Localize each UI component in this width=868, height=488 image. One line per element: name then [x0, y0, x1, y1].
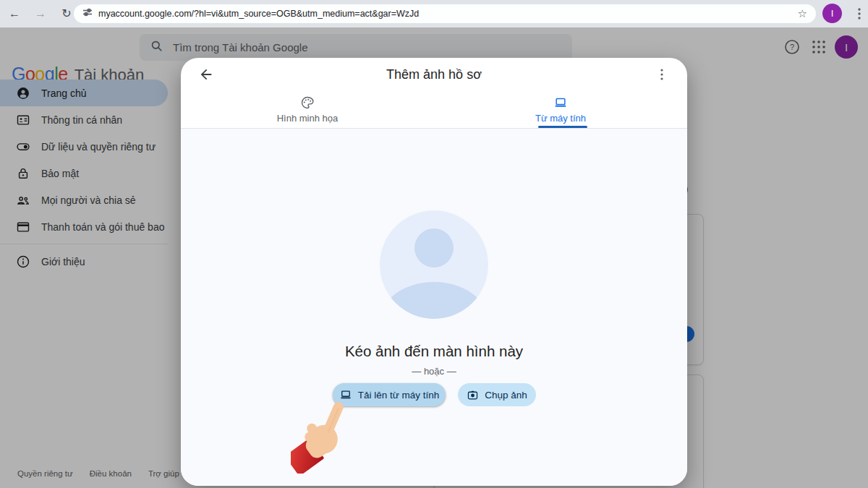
browser-back-icon[interactable]: ←	[6, 7, 23, 21]
palette-icon	[300, 95, 315, 110]
laptop-icon	[339, 388, 352, 401]
screen: ← → ↻ myaccount.google.com/?hl=vi&utm_so…	[0, 0, 868, 488]
tab-illustration[interactable]: Hình minh họa	[181, 91, 434, 127]
browser-profile-avatar[interactable]: I	[822, 4, 842, 23]
browser-reload-icon[interactable]: ↻	[58, 7, 75, 21]
add-profile-photo-dialog: Thêm ảnh hồ sơ Hình minh họa Từ máy tính	[181, 58, 687, 486]
browser-forward-icon[interactable]: →	[32, 7, 49, 21]
browser-menu-icon[interactable]	[854, 6, 865, 25]
button-label: Chụp ảnh	[485, 390, 527, 401]
address-bar[interactable]: myaccount.google.com/?hl=vi&utm_source=O…	[74, 4, 816, 23]
url-text: myaccount.google.com/?hl=vi&utm_source=O…	[98, 9, 419, 19]
laptop-icon	[553, 95, 568, 110]
tab-from-computer[interactable]: Từ máy tính	[434, 91, 687, 127]
browser-chrome: ← → ↻ myaccount.google.com/?hl=vi&utm_so…	[0, 0, 868, 27]
dialog-title: Thêm ảnh hồ sơ	[181, 67, 687, 82]
site-settings-icon[interactable]	[82, 7, 93, 20]
bookmark-star-icon[interactable]: ☆	[798, 7, 807, 20]
upload-from-computer-button[interactable]: Tải lên từ máy tính	[333, 383, 446, 406]
dialog-more-options-icon[interactable]	[654, 67, 670, 82]
camera-icon	[467, 389, 479, 401]
tab-label: Hình minh họa	[277, 113, 339, 124]
profile-photo-placeholder	[380, 210, 488, 319]
button-label: Tải lên từ máy tính	[358, 390, 440, 401]
tab-label: Từ máy tính	[535, 113, 586, 124]
drop-instruction-text: Kéo ảnh đến màn hình này	[181, 343, 687, 360]
take-photo-button[interactable]: Chụp ảnh	[458, 383, 536, 406]
drop-zone[interactable]: Kéo ảnh đến màn hình này — hoặc — Tải lê…	[181, 129, 687, 486]
or-separator-text: — hoặc —	[181, 366, 687, 377]
